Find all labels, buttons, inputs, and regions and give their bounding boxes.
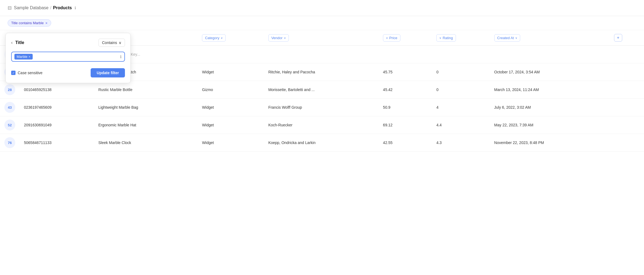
cell-vendor: Morissette, Bartoletti and ... [264, 81, 379, 99]
cell-category: Widget [198, 116, 264, 134]
filter-bar: Title contains Marble × [0, 16, 644, 30]
main-area: ‹ Title Contains ∨ Marble × ℹ Case sensi… [0, 30, 644, 273]
cell-vendor: Ritchie, Haley and Pacocha [264, 63, 379, 81]
category-filter-button[interactable]: Category ∨ [202, 34, 226, 42]
filter-chip-label: Title contains Marble [11, 21, 44, 25]
cell-price [379, 46, 432, 63]
cell-price: 69.12 [379, 116, 432, 134]
th-category: Category ∨ [198, 30, 264, 46]
th-rating: ∨ Rating [432, 30, 490, 46]
filter-condition-select[interactable]: Contains ∨ [99, 39, 125, 47]
filter-text-input[interactable] [34, 55, 118, 59]
breadcrumb: Sample Database / Products ℹ [14, 5, 76, 10]
filter-footer: Case sensitive Update filter [11, 67, 125, 77]
cell-add [610, 134, 644, 152]
vendor-chevron-icon: ∨ [284, 36, 286, 39]
cell-id: 28 [0, 81, 20, 99]
cell-add [610, 99, 644, 116]
database-icon: ⊟ [8, 5, 12, 11]
price-sort-icon: ∨ [386, 36, 388, 39]
cell-add [610, 46, 644, 63]
price-sort-button[interactable]: ∨ Price [383, 34, 400, 42]
table-row: 43 0236197465609 Lightweight Marble Bag … [0, 99, 644, 116]
update-filter-button[interactable]: Update filter [91, 68, 125, 77]
table-row: 52 2091630691049 Ergonomic Marble Hat Wi… [0, 116, 644, 134]
cell-category: Widget [198, 134, 264, 152]
cell-add [610, 63, 644, 81]
cell-vendor: Koch-Ruecker [264, 116, 379, 134]
filter-input-row: Marble × ℹ [11, 52, 125, 62]
category-label: Category [205, 36, 219, 40]
filter-chip[interactable]: Title contains Marble × [8, 19, 51, 27]
page-name: Products [53, 5, 72, 10]
filter-chip-close[interactable]: × [45, 21, 47, 25]
condition-chevron-icon: ∨ [119, 40, 121, 45]
cell-add [610, 116, 644, 134]
row-id-badge: 76 [4, 137, 15, 148]
cell-price: 50.9 [379, 99, 432, 116]
cell-vendor: Francis Wolff Group [264, 99, 379, 116]
cell-rating: 4 [432, 99, 490, 116]
vendor-label: Vendor [271, 36, 283, 40]
category-chevron-icon: ∨ [221, 36, 223, 39]
cell-created-at [490, 46, 610, 63]
cell-created-at: July 6, 2022, 3:02 AM [490, 99, 610, 116]
condition-label: Contains [102, 40, 117, 45]
th-created-at: Created At ∨ [490, 30, 610, 46]
created-at-label: Created At [497, 36, 514, 40]
add-column-button[interactable]: + [614, 34, 622, 42]
table-row: 28 0010465925138 Rustic Marble Bottle Gi… [0, 81, 644, 99]
cell-add [610, 81, 644, 99]
case-sensitive-label[interactable]: Case sensitive [11, 71, 42, 75]
case-sensitive-text: Case sensitive [18, 71, 42, 75]
cell-price: 42.55 [379, 134, 432, 152]
row-id-badge: 43 [4, 102, 15, 113]
info-icon[interactable]: ℹ [75, 6, 76, 10]
rating-label: Rating [443, 36, 453, 40]
row-id-badge: 52 [4, 120, 15, 130]
price-label: Price [389, 36, 397, 40]
cell-rating: 0 [432, 81, 490, 99]
created-at-filter-button[interactable]: Created At ∨ [494, 34, 520, 42]
cell-category: Widget [198, 99, 264, 116]
filter-info-icon: ℹ [120, 54, 122, 59]
th-add: + [610, 30, 644, 46]
db-name: Sample Database [14, 5, 48, 10]
th-price: ∨ Price [379, 30, 432, 46]
case-sensitive-checkbox[interactable] [11, 71, 16, 75]
th-vendor: Vendor ∨ [264, 30, 379, 46]
vendor-filter-button[interactable]: Vendor ∨ [268, 34, 289, 42]
table-row: 76 5065846711133 Sleek Marble Clock Widg… [0, 134, 644, 152]
cell-category: Widget [198, 63, 264, 81]
cell-title: Rustic Marble Bottle [94, 81, 198, 99]
cell-id: 76 [0, 134, 20, 152]
cell-id: 52 [0, 116, 20, 134]
created-at-chevron-icon: ∨ [515, 36, 517, 39]
cell-title: Lightweight Marble Bag [94, 99, 198, 116]
filter-back-button[interactable]: ‹ [11, 40, 13, 45]
cell-barcode: 5065846711133 [20, 134, 94, 152]
cell-vendor [264, 46, 379, 63]
cell-rating: 4.4 [432, 116, 490, 134]
filter-field-name: Title [15, 40, 24, 45]
cell-id: 43 [0, 99, 20, 116]
rating-sort-button[interactable]: ∨ Rating [436, 34, 456, 42]
filter-popup: ‹ Title Contains ∨ Marble × ℹ Case sensi… [5, 33, 131, 83]
cell-price: 45.42 [379, 81, 432, 99]
cell-rating: 0 [432, 63, 490, 81]
cell-barcode: 0236197465609 [20, 99, 94, 116]
filter-tag-label: Marble [17, 55, 27, 59]
cell-created-at: November 22, 2023, 8:48 PM [490, 134, 610, 152]
header: ⊟ Sample Database / Products ℹ [0, 0, 644, 16]
row-id-badge: 28 [4, 84, 15, 95]
cell-title: Ergonomic Marble Hat [94, 116, 198, 134]
cell-category [198, 46, 264, 63]
filter-tag-close-button[interactable]: × [29, 55, 30, 59]
cell-category: Gizmo [198, 81, 264, 99]
cell-created-at: March 13, 2024, 11:24 AM [490, 81, 610, 99]
cell-rating [432, 46, 490, 63]
breadcrumb-separator: / [50, 5, 51, 10]
cell-rating: 4.3 [432, 134, 490, 152]
cell-barcode: 2091630691049 [20, 116, 94, 134]
cell-title: Sleek Marble Clock [94, 134, 198, 152]
